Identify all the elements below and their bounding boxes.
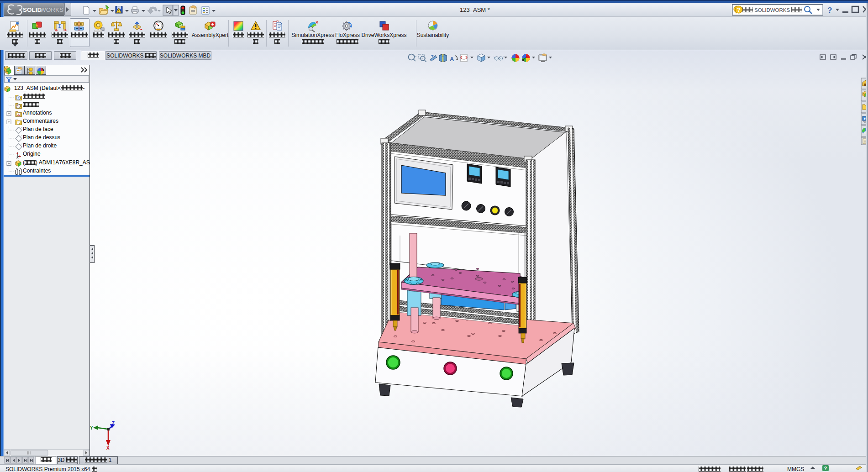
svg-text:Y: Y: [90, 425, 93, 430]
svg-text:Z: Z: [112, 421, 115, 426]
svg-text:?: ?: [737, 7, 740, 13]
svg-text:A: A: [17, 113, 20, 117]
svg-text:?: ?: [827, 6, 832, 15]
svg-text:X: X: [106, 446, 110, 451]
svg-text:?: ?: [824, 466, 827, 471]
